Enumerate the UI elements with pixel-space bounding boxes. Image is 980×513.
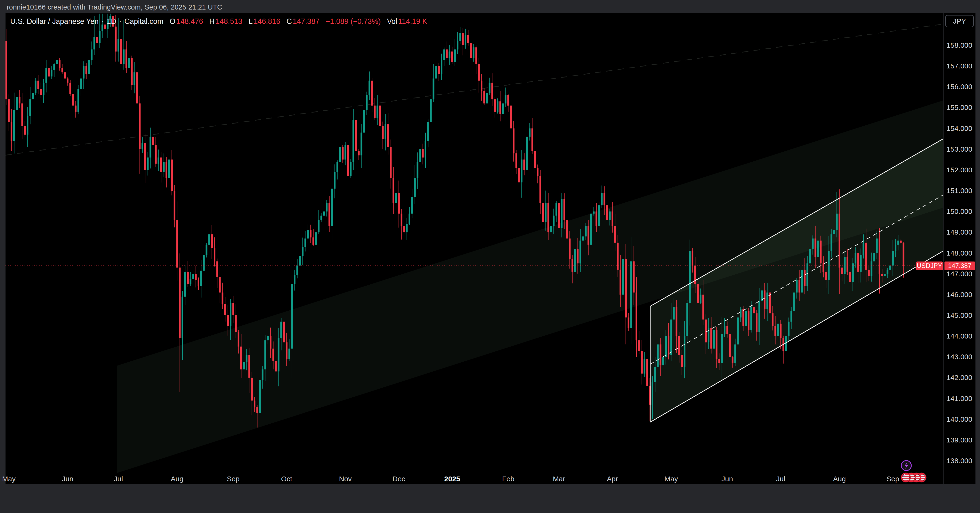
price-tick-label: 152.000 (943, 166, 975, 174)
low-label: L (248, 17, 253, 25)
volume-value: 114.19 K (398, 17, 427, 25)
month-tick-label: Aug (171, 475, 183, 483)
price-axis[interactable]: 158.000157.000156.000155.000154.000153.0… (943, 13, 975, 484)
close-label: C (286, 17, 292, 25)
month-tick-label: Feb (502, 475, 515, 483)
time-axis[interactable]: MayJunJulAugSepOctNovDec2025FebMarAprMay… (5, 473, 943, 484)
exchange-label: Capital.com (124, 17, 164, 26)
month-tick-label: Jun (722, 475, 733, 483)
chart-pane[interactable]: U.S. Dollar / Japanese Yen · 1D · Capita… (5, 13, 975, 484)
month-tick-label: Dec (393, 475, 405, 483)
last-price-value-label: 147.387 (945, 262, 975, 270)
high-label: H (209, 17, 215, 25)
price-chart-canvas[interactable] (5, 13, 975, 484)
symbol-title: U.S. Dollar / Japanese Yen (10, 17, 99, 26)
price-tick-label: 150.000 (943, 207, 975, 216)
price-tick-label: 138.000 (943, 457, 975, 465)
us-flag-reaction-icons[interactable] (901, 472, 927, 483)
interval-label: 1D (107, 17, 116, 26)
price-tick-label: 149.000 (943, 228, 975, 236)
flag-circle-1 (901, 472, 911, 483)
open-label: O (170, 17, 175, 25)
tradingview-snapshot: ronnie10166 created with TradingView.com… (0, 0, 980, 513)
price-tick-label: 156.000 (943, 83, 975, 91)
month-tick-label: Mar (553, 475, 565, 483)
footer: TradingView (0, 484, 980, 513)
month-tick-label: Apr (607, 475, 618, 483)
open-value: 148.476 (177, 17, 203, 25)
price-tick-label: 146.000 (943, 291, 975, 299)
month-tick-label: Aug (833, 475, 846, 483)
symbol-legend: U.S. Dollar / Japanese Yen · 1D · Capita… (10, 17, 427, 26)
month-tick-label: Sep (227, 475, 239, 483)
price-tick-label: 142.000 (943, 373, 975, 382)
month-tick-label: 2025 (444, 475, 460, 483)
month-tick-label: Jul (776, 475, 785, 483)
boost-lightning-icon[interactable] (901, 461, 911, 470)
reaction-icons[interactable] (894, 447, 932, 485)
close-value: 147.387 (293, 17, 320, 25)
price-tick-label: 153.000 (943, 145, 975, 153)
price-tick-label: 148.000 (943, 249, 975, 257)
legend-separator: · (102, 17, 104, 26)
price-tick-label: 144.000 (943, 332, 975, 340)
month-tick-label: Jun (62, 475, 73, 483)
price-tick-label: 145.000 (943, 311, 975, 319)
legend-separator: · (119, 17, 122, 26)
price-tick-label: 143.000 (943, 353, 975, 361)
month-tick-label: May (664, 475, 678, 483)
price-tick-label: 154.000 (943, 124, 975, 133)
price-tick-label: 147.000 (943, 270, 975, 278)
price-tick-label: 151.000 (943, 187, 975, 195)
price-tick-label: 139.000 (943, 436, 975, 444)
month-tick-label: Nov (339, 475, 352, 483)
change-value: −1.089 (−0.73%) (326, 17, 381, 26)
currency-toggle-button[interactable]: JPY (945, 15, 974, 27)
low-value: 146.816 (253, 17, 280, 25)
price-tick-label: 141.000 (943, 394, 975, 403)
price-tick-label: 158.000 (943, 41, 975, 49)
price-tick-label: 155.000 (943, 103, 975, 111)
month-tick-label: May (2, 475, 16, 483)
snapshot-attribution: ronnie10166 created with TradingView.com… (7, 3, 222, 11)
price-tick-label: 157.000 (943, 62, 975, 70)
volume-label: Vol (387, 17, 397, 25)
month-tick-label: Jul (114, 475, 123, 483)
month-tick-label: Oct (281, 475, 292, 483)
last-price-symbol-label: USDJPY (916, 262, 943, 270)
price-tick-label: 140.000 (943, 415, 975, 423)
high-value: 148.513 (216, 17, 242, 25)
